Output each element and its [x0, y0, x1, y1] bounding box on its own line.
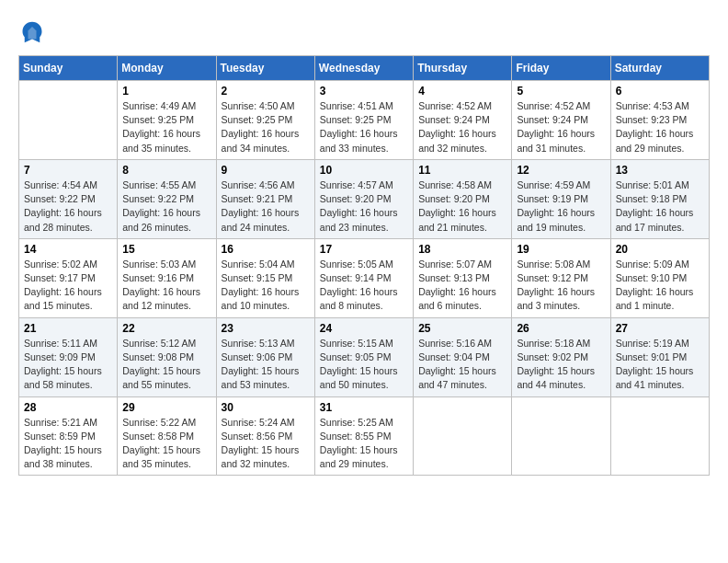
day-number: 14 — [24, 243, 112, 256]
day-info: Sunrise: 5:05 AMSunset: 9:14 PMDaylight:… — [320, 258, 408, 314]
day-info: Sunrise: 5:01 AMSunset: 9:18 PMDaylight:… — [616, 178, 704, 235]
day-info: Sunrise: 5:08 AMSunset: 9:12 PMDaylight:… — [517, 258, 605, 314]
day-number: 26 — [517, 322, 605, 335]
calendar-week-row: 28Sunrise: 5:21 AMSunset: 8:59 PMDayligh… — [19, 396, 710, 476]
day-info: Sunrise: 4:59 AMSunset: 9:19 PMDaylight:… — [517, 178, 605, 235]
day-info: Sunrise: 5:11 AMSunset: 9:09 PMDaylight:… — [24, 337, 112, 393]
calendar-cell: 18Sunrise: 5:07 AMSunset: 9:13 PMDayligh… — [414, 238, 512, 317]
calendar-cell: 14Sunrise: 5:02 AMSunset: 9:17 PMDayligh… — [19, 238, 118, 317]
calendar-cell: 9Sunrise: 4:56 AMSunset: 9:21 PMDaylight… — [216, 159, 314, 238]
calendar-cell: 23Sunrise: 5:13 AMSunset: 9:06 PMDayligh… — [216, 317, 314, 396]
day-info: Sunrise: 5:24 AMSunset: 8:56 PMDaylight:… — [222, 416, 310, 472]
calendar-cell: 20Sunrise: 5:09 AMSunset: 9:10 PMDayligh… — [610, 238, 709, 317]
header-row: SundayMondayTuesdayWednesdayThursdayFrid… — [19, 56, 710, 81]
calendar-cell — [19, 81, 118, 160]
day-info: Sunrise: 4:51 AMSunset: 9:25 PMDaylight:… — [320, 99, 408, 155]
day-number: 23 — [222, 322, 310, 335]
calendar-cell: 21Sunrise: 5:11 AMSunset: 9:09 PMDayligh… — [19, 317, 118, 396]
day-info: Sunrise: 5:25 AMSunset: 8:55 PMDaylight:… — [320, 416, 408, 472]
col-header-saturday: Saturday — [610, 56, 709, 81]
day-info: Sunrise: 5:13 AMSunset: 9:06 PMDaylight:… — [222, 337, 310, 393]
calendar-cell: 15Sunrise: 5:03 AMSunset: 9:16 PMDayligh… — [118, 238, 216, 317]
day-info: Sunrise: 5:18 AMSunset: 9:02 PMDaylight:… — [517, 337, 605, 393]
logo — [18, 18, 50, 46]
calendar-cell: 10Sunrise: 4:57 AMSunset: 9:20 PMDayligh… — [314, 159, 413, 238]
day-number: 8 — [122, 164, 210, 177]
calendar-week-row: 1Sunrise: 4:49 AMSunset: 9:25 PMDaylight… — [19, 81, 710, 160]
day-info: Sunrise: 5:19 AMSunset: 9:01 PMDaylight:… — [616, 337, 704, 393]
calendar-cell: 27Sunrise: 5:19 AMSunset: 9:01 PMDayligh… — [610, 317, 709, 396]
day-number: 7 — [24, 164, 112, 177]
day-info: Sunrise: 4:53 AMSunset: 9:23 PMDaylight:… — [616, 99, 704, 155]
day-number: 12 — [517, 164, 605, 177]
calendar-cell: 31Sunrise: 5:25 AMSunset: 8:55 PMDayligh… — [314, 396, 413, 476]
day-info: Sunrise: 5:15 AMSunset: 9:05 PMDaylight:… — [320, 337, 408, 393]
day-info: Sunrise: 4:49 AMSunset: 9:25 PMDaylight:… — [122, 99, 210, 155]
day-number: 27 — [616, 322, 704, 335]
col-header-monday: Monday — [118, 56, 216, 81]
day-number: 18 — [418, 243, 506, 256]
col-header-sunday: Sunday — [19, 56, 118, 81]
calendar-cell — [610, 396, 709, 476]
day-info: Sunrise: 5:16 AMSunset: 9:04 PMDaylight:… — [418, 337, 506, 393]
calendar-cell — [512, 396, 610, 476]
calendar-cell: 13Sunrise: 5:01 AMSunset: 9:18 PMDayligh… — [610, 159, 709, 238]
day-info: Sunrise: 4:55 AMSunset: 9:22 PMDaylight:… — [122, 178, 210, 235]
day-number: 31 — [320, 401, 408, 414]
calendar-cell: 6Sunrise: 4:53 AMSunset: 9:23 PMDaylight… — [610, 81, 709, 160]
day-info: Sunrise: 4:52 AMSunset: 9:24 PMDaylight:… — [517, 99, 605, 155]
calendar-cell: 11Sunrise: 4:58 AMSunset: 9:20 PMDayligh… — [414, 159, 512, 238]
day-info: Sunrise: 4:54 AMSunset: 9:22 PMDaylight:… — [24, 178, 112, 235]
day-number: 25 — [418, 322, 506, 335]
calendar-cell: 3Sunrise: 4:51 AMSunset: 9:25 PMDaylight… — [314, 81, 413, 160]
day-number: 19 — [517, 243, 605, 256]
day-info: Sunrise: 5:02 AMSunset: 9:17 PMDaylight:… — [24, 258, 112, 314]
day-info: Sunrise: 5:03 AMSunset: 9:16 PMDaylight:… — [122, 258, 210, 314]
day-info: Sunrise: 4:56 AMSunset: 9:21 PMDaylight:… — [222, 178, 310, 235]
day-number: 17 — [320, 243, 408, 256]
calendar-cell: 19Sunrise: 5:08 AMSunset: 9:12 PMDayligh… — [512, 238, 610, 317]
day-number: 28 — [24, 401, 112, 414]
col-header-wednesday: Wednesday — [314, 56, 413, 81]
calendar-cell: 24Sunrise: 5:15 AMSunset: 9:05 PMDayligh… — [314, 317, 413, 396]
calendar-cell: 22Sunrise: 5:12 AMSunset: 9:08 PMDayligh… — [118, 317, 216, 396]
day-info: Sunrise: 4:50 AMSunset: 9:25 PMDaylight:… — [222, 99, 310, 155]
day-number: 24 — [320, 322, 408, 335]
calendar-cell: 4Sunrise: 4:52 AMSunset: 9:24 PMDaylight… — [414, 81, 512, 160]
day-number: 4 — [418, 85, 506, 98]
day-info: Sunrise: 4:58 AMSunset: 9:20 PMDaylight:… — [418, 178, 506, 235]
calendar-cell: 2Sunrise: 4:50 AMSunset: 9:25 PMDaylight… — [216, 81, 314, 160]
day-number: 30 — [222, 401, 310, 414]
day-info: Sunrise: 4:52 AMSunset: 9:24 PMDaylight:… — [418, 99, 506, 155]
day-number: 20 — [616, 243, 704, 256]
day-number: 6 — [616, 85, 704, 98]
calendar-cell: 16Sunrise: 5:04 AMSunset: 9:15 PMDayligh… — [216, 238, 314, 317]
day-info: Sunrise: 5:04 AMSunset: 9:15 PMDaylight:… — [222, 258, 310, 314]
col-header-friday: Friday — [512, 56, 610, 81]
day-number: 15 — [122, 243, 210, 256]
page-header — [18, 18, 710, 46]
day-info: Sunrise: 5:22 AMSunset: 8:58 PMDaylight:… — [122, 416, 210, 472]
calendar-cell: 12Sunrise: 4:59 AMSunset: 9:19 PMDayligh… — [512, 159, 610, 238]
calendar-cell: 5Sunrise: 4:52 AMSunset: 9:24 PMDaylight… — [512, 81, 610, 160]
calendar-cell: 26Sunrise: 5:18 AMSunset: 9:02 PMDayligh… — [512, 317, 610, 396]
calendar-week-row: 7Sunrise: 4:54 AMSunset: 9:22 PMDaylight… — [19, 159, 710, 238]
calendar-cell: 28Sunrise: 5:21 AMSunset: 8:59 PMDayligh… — [19, 396, 118, 476]
day-info: Sunrise: 5:09 AMSunset: 9:10 PMDaylight:… — [616, 258, 704, 314]
col-header-tuesday: Tuesday — [216, 56, 314, 81]
day-info: Sunrise: 4:57 AMSunset: 9:20 PMDaylight:… — [320, 178, 408, 235]
day-number: 22 — [122, 322, 210, 335]
day-info: Sunrise: 5:21 AMSunset: 8:59 PMDaylight:… — [24, 416, 112, 472]
calendar-cell: 1Sunrise: 4:49 AMSunset: 9:25 PMDaylight… — [118, 81, 216, 160]
day-number: 10 — [320, 164, 408, 177]
day-number: 29 — [122, 401, 210, 414]
calendar-cell — [414, 396, 512, 476]
day-number: 21 — [24, 322, 112, 335]
day-number: 1 — [122, 85, 210, 98]
logo-icon — [18, 18, 46, 46]
day-info: Sunrise: 5:12 AMSunset: 9:08 PMDaylight:… — [122, 337, 210, 393]
day-number: 11 — [418, 164, 506, 177]
day-number: 5 — [517, 85, 605, 98]
day-info: Sunrise: 5:07 AMSunset: 9:13 PMDaylight:… — [418, 258, 506, 314]
day-number: 9 — [222, 164, 310, 177]
